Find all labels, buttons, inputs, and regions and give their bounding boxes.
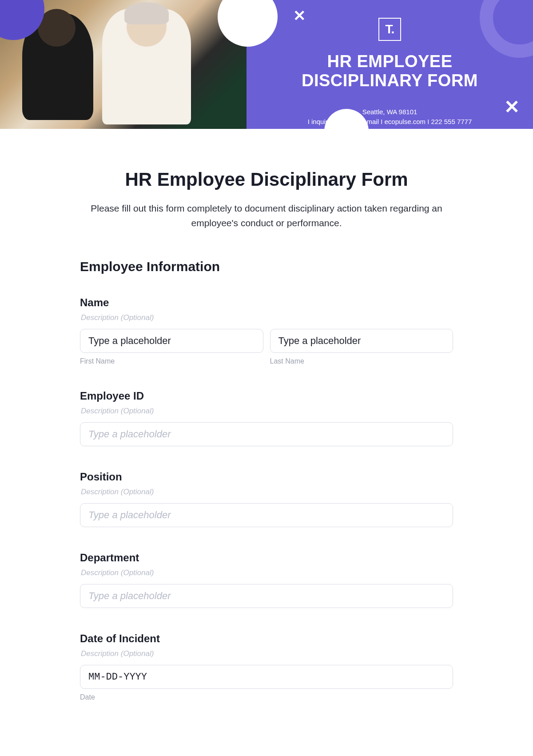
banner-contact: I inquire@ecopulse.mail I ecopulse.com I… — [273, 118, 506, 125]
logo-text: T. — [386, 22, 394, 36]
decorative-circle — [480, 0, 533, 58]
last-name-input[interactable] — [270, 329, 453, 353]
logo-box: T. — [378, 18, 402, 41]
name-input-row: First Name Last Name — [80, 329, 453, 365]
x-icon: ✕ — [293, 7, 306, 24]
employee-id-input[interactable] — [80, 422, 453, 446]
name-description: Description (Optional) — [81, 313, 453, 322]
employee-id-description: Description (Optional) — [81, 407, 453, 416]
date-of-incident-field-group: Date of Incident Description (Optional) … — [80, 632, 453, 701]
form-container: HR Employee Disciplinary Form Please fil… — [53, 129, 480, 744]
banner-address: Seattle, WA 98101 — [273, 108, 506, 116]
position-input[interactable] — [80, 503, 453, 527]
form-subtitle: Please fill out this form completely to … — [80, 201, 453, 230]
x-icon: ✕ — [504, 96, 520, 118]
position-field-group: Position Description (Optional) — [80, 471, 453, 527]
position-label: Position — [80, 471, 453, 483]
form-title: HR Employee Disciplinary Form — [80, 169, 453, 190]
first-name-sublabel: First Name — [80, 357, 263, 365]
first-name-input[interactable] — [80, 329, 263, 353]
name-label: Name — [80, 296, 453, 309]
department-field-group: Department Description (Optional) — [80, 552, 453, 608]
name-field-group: Name Description (Optional) First Name L… — [80, 296, 453, 365]
employee-id-label: Employee ID — [80, 390, 453, 402]
section-title: Employee Information — [80, 259, 453, 274]
department-input[interactable] — [80, 584, 453, 608]
last-name-sublabel: Last Name — [270, 357, 453, 365]
position-description: Description (Optional) — [81, 488, 453, 496]
date-of-incident-description: Description (Optional) — [81, 649, 453, 658]
banner-title: HR EMPLOYEE DISCIPLINARY FORM — [273, 52, 506, 90]
department-description: Description (Optional) — [81, 568, 453, 577]
date-sublabel: Date — [80, 693, 453, 701]
date-of-incident-input[interactable] — [80, 665, 453, 689]
date-of-incident-label: Date of Incident — [80, 632, 453, 645]
department-label: Department — [80, 552, 453, 564]
employee-id-field-group: Employee ID Description (Optional) — [80, 390, 453, 446]
banner-header: ✕ ✕ T. HR EMPLOYEE DISCIPLINARY FORM Sea… — [0, 0, 533, 129]
banner-content: T. HR EMPLOYEE DISCIPLINARY FORM Seattle… — [247, 0, 533, 129]
